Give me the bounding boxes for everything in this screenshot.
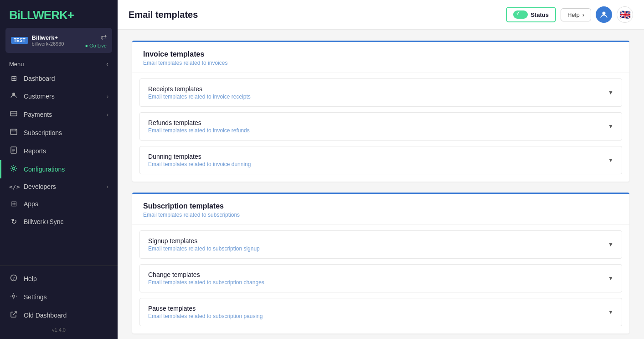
account-badge: TEST [11, 37, 28, 44]
subscription-section-header: Subscription templates Email templates r… [132, 194, 629, 225]
help-button[interactable]: Help › [561, 8, 591, 21]
invoice-section-subtitle: Email templates related to invoices [143, 60, 618, 66]
content-area: Invoice templates Email templates relate… [118, 30, 644, 339]
sidebar-nav: ⊞ Dashboard Customers › Payments › Subsc… [0, 69, 118, 266]
sidebar-item-customers[interactable]: Customers › [0, 87, 118, 105]
settings-icon [9, 292, 18, 302]
go-live-button[interactable]: ● Go Live [85, 43, 107, 48]
logo-text: BiLLWERK [9, 8, 67, 22]
customers-icon [9, 92, 18, 101]
chevron-right-icon: › [107, 94, 108, 99]
sidebar-item-label: Old Dashboard [24, 312, 67, 319]
receipts-templates-title: Receipts templates [148, 85, 251, 93]
switch-icon[interactable]: ⇄ [101, 32, 107, 41]
sidebar-item-billwerksync[interactable]: ↻ Billwerk+Sync [0, 213, 118, 230]
sidebar: BiLLWERK+ TEST Billwerk+ billwerk-26930 … [0, 0, 118, 339]
svg-point-5 [12, 130, 13, 130]
svg-point-14 [13, 295, 15, 297]
change-templates-subtitle: Email templates related to subscription … [148, 279, 264, 286]
sidebar-bottom: ? Help Settings Old Dashboard v1.4.0 [0, 266, 118, 339]
dunning-templates-subtitle: Email templates related to invoice dunni… [148, 161, 251, 167]
sidebar-item-apps[interactable]: ⊞ Apps [0, 195, 118, 213]
svg-text:?: ? [13, 276, 15, 281]
page-title: Email templates [129, 10, 198, 20]
sidebar-item-configurations[interactable]: Configurations [0, 160, 118, 178]
account-info: TEST Billwerk+ billwerk-26930 [11, 34, 64, 47]
svg-point-16 [603, 12, 606, 15]
sidebar-item-help[interactable]: ? Help [0, 270, 118, 288]
sidebar-item-settings[interactable]: Settings [0, 288, 118, 306]
account-panel[interactable]: TEST Billwerk+ billwerk-26930 ⇄ ● Go Liv… [5, 28, 112, 53]
main-area: Email templates Status Help › 🇬🇧 Invoice… [118, 0, 644, 339]
logo-plus: + [67, 8, 74, 22]
invoice-section-body: Receipts templates Email templates relat… [132, 78, 629, 182]
svg-point-11 [13, 167, 15, 170]
go-live-dot: ● [85, 43, 88, 48]
refunds-templates-subtitle: Email templates related to invoice refun… [148, 127, 250, 134]
sidebar-item-label: Payments [24, 111, 52, 118]
configurations-icon [9, 165, 18, 174]
sidebar-item-label: Help [24, 275, 37, 282]
user-button[interactable] [596, 6, 612, 23]
change-templates-item[interactable]: Change templates Email templates related… [139, 264, 622, 292]
chevron-down-icon: ▼ [608, 157, 613, 163]
invoice-templates-section: Invoice templates Email templates relate… [132, 41, 629, 182]
receipts-templates-item[interactable]: Receipts templates Email templates relat… [139, 78, 622, 107]
change-templates-title: Change templates [148, 271, 264, 278]
account-id: billwerk-26930 [32, 41, 64, 47]
developers-icon: </> [9, 183, 18, 190]
sidebar-item-subscriptions[interactable]: Subscriptions [0, 124, 118, 142]
subscriptions-icon [9, 128, 18, 137]
sidebar-item-dashboard[interactable]: ⊞ Dashboard [0, 69, 118, 87]
toggle-icon [513, 10, 528, 19]
invoice-section-title: Invoice templates [143, 50, 618, 58]
sidebar-item-label: Dashboard [24, 75, 55, 82]
pause-templates-title: Pause templates [148, 305, 263, 312]
dashboard-icon: ⊞ [9, 74, 18, 83]
dunning-templates-item[interactable]: Dunning templates Email templates relate… [139, 146, 622, 174]
sidebar-item-old-dashboard[interactable]: Old Dashboard [0, 306, 118, 324]
payments-icon [9, 110, 18, 119]
apps-icon: ⊞ [9, 199, 18, 208]
topbar-actions: Status Help › 🇬🇧 [506, 6, 633, 23]
svg-rect-3 [10, 129, 17, 135]
sidebar-item-label: Customers [24, 93, 55, 100]
svg-rect-7 [11, 147, 16, 153]
sidebar-item-label: Developers [24, 183, 56, 190]
subscription-section-subtitle: Email templates related to subscriptions [143, 212, 618, 218]
sidebar-item-reports[interactable]: Reports [0, 142, 118, 160]
sidebar-item-payments[interactable]: Payments › [0, 105, 118, 124]
account-details: Billwerk+ billwerk-26930 [32, 34, 64, 47]
external-link-icon [9, 311, 18, 320]
svg-point-0 [12, 93, 15, 95]
subscription-templates-section: Subscription templates Email templates r… [132, 193, 629, 334]
sidebar-item-label: Configurations [24, 166, 65, 173]
svg-line-15 [13, 312, 16, 315]
sidebar-item-label: Reports [24, 147, 46, 155]
refunds-templates-title: Refunds templates [148, 119, 250, 126]
language-flag[interactable]: 🇬🇧 [617, 6, 633, 23]
chevron-down-icon: ▼ [608, 241, 613, 248]
help-label: Help [567, 11, 580, 18]
sidebar-item-developers[interactable]: </> Developers › [0, 178, 118, 195]
signup-templates-item[interactable]: Signup templates Email templates related… [139, 230, 622, 259]
chevron-down-icon: ▼ [608, 89, 613, 96]
chevron-down-icon: ▼ [608, 275, 613, 282]
topbar: Email templates Status Help › 🇬🇧 [118, 0, 644, 30]
sidebar-item-label: Apps [24, 200, 38, 208]
menu-header: Menu ‹ [0, 57, 118, 69]
version-label: v1.4.0 [0, 324, 118, 335]
pause-templates-item[interactable]: Pause templates Email templates related … [139, 298, 622, 326]
refunds-templates-item[interactable]: Refunds templates Email templates relate… [139, 112, 622, 141]
sidebar-item-label: Subscriptions [24, 129, 62, 136]
menu-label: Menu [9, 61, 24, 68]
account-name: Billwerk+ [32, 34, 64, 41]
signup-templates-title: Signup templates [148, 237, 260, 245]
svg-rect-1 [10, 111, 17, 116]
subscription-section-title: Subscription templates [143, 202, 618, 210]
collapse-icon[interactable]: ‹ [106, 60, 108, 68]
chevron-right-icon: › [107, 112, 108, 117]
status-button[interactable]: Status [506, 7, 556, 22]
dunning-templates-title: Dunning templates [148, 153, 251, 160]
invoice-section-header: Invoice templates Email templates relate… [132, 42, 629, 73]
